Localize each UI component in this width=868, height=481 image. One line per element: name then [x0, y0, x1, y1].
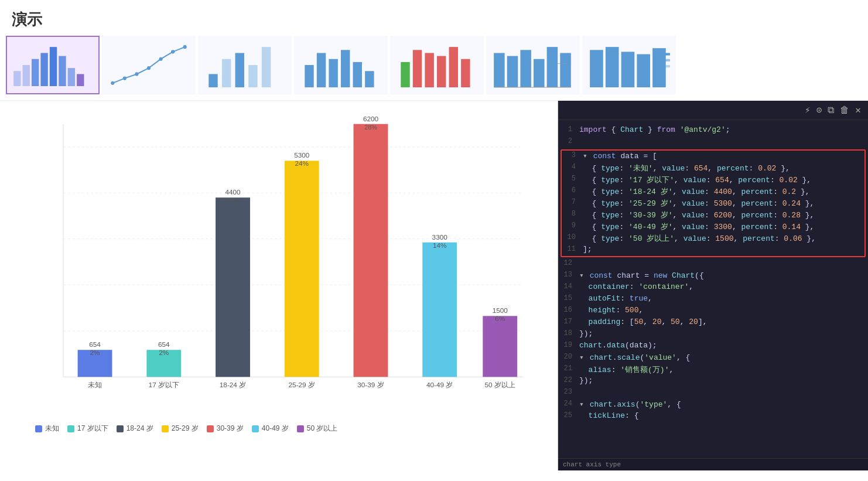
svg-rect-19	[262, 47, 271, 87]
svg-rect-20	[305, 65, 313, 87]
thumbnail-3[interactable]	[198, 36, 292, 94]
main-area: 654 2% 未知 654 2% 17 岁以下 4400 20% 18-24 岁…	[0, 101, 868, 470]
svg-text:50 岁以上: 50 岁以上	[485, 381, 515, 388]
thumbnail-6[interactable]: ─ ─	[486, 36, 580, 94]
code-line-21: 21 alias: '销售额(万)',	[558, 364, 868, 376]
svg-rect-1	[23, 65, 30, 86]
code-highlighted-block: 3 ▾ const data = [ 4 { type: '未知', value…	[561, 149, 866, 257]
code-line-11: 11 ];	[562, 244, 864, 256]
eye-icon[interactable]: ⊙	[816, 104, 822, 116]
svg-rect-26	[401, 62, 409, 87]
svg-rect-18	[248, 65, 257, 87]
svg-text:24%: 24%	[295, 159, 309, 167]
svg-rect-30	[449, 47, 458, 87]
thumbnail-2[interactable]	[102, 36, 196, 94]
svg-rect-79	[483, 316, 517, 377]
svg-rect-32	[494, 53, 505, 87]
copy-icon[interactable]: ⧉	[828, 105, 834, 116]
svg-point-14	[183, 45, 187, 49]
chart-panel: 654 2% 未知 654 2% 17 岁以下 4400 20% 18-24 岁…	[0, 101, 558, 470]
svg-rect-5	[59, 56, 66, 86]
code-line-18: 18 });	[558, 329, 868, 340]
legend-item-1: 未知	[35, 424, 59, 434]
code-line-23: 23	[558, 387, 868, 399]
svg-rect-28	[425, 53, 433, 87]
svg-rect-35	[534, 59, 545, 87]
svg-rect-29	[437, 56, 446, 87]
svg-rect-45	[664, 53, 670, 55]
page-title: 演示	[0, 0, 868, 36]
svg-point-11	[147, 66, 151, 70]
svg-text:─ ─: ─ ─	[556, 60, 566, 66]
thumbnail-5[interactable]	[390, 36, 484, 94]
svg-rect-40	[590, 50, 603, 87]
svg-rect-37	[560, 53, 571, 87]
thumbnail-1[interactable]	[6, 36, 100, 94]
code-line-24: 24 ▾ chart.axis('type', {	[558, 399, 868, 411]
svg-point-10	[135, 72, 138, 76]
svg-rect-42	[621, 52, 635, 87]
code-line-7: 7 { type: '25-29 岁', value: 5300, percen…	[562, 197, 864, 209]
thumbnail-7[interactable]	[582, 36, 676, 94]
svg-rect-67	[285, 161, 319, 377]
bar-chart-svg: 654 2% 未知 654 2% 17 岁以下 4400 20% 18-24 岁…	[18, 112, 540, 417]
legend-item-3: 18-24 岁	[117, 424, 153, 434]
svg-rect-16	[222, 59, 231, 87]
legend-item-4: 25-29 岁	[162, 424, 199, 434]
svg-rect-23	[341, 50, 350, 87]
code-line-19: 19 chart.data(data);	[558, 340, 868, 352]
svg-rect-33	[507, 56, 518, 87]
svg-text:2%: 2%	[159, 349, 169, 356]
svg-rect-6	[68, 68, 75, 86]
bottom-hint: chart axis type	[558, 458, 868, 470]
svg-text:654: 654	[158, 340, 170, 348]
svg-text:6%: 6%	[495, 315, 505, 322]
svg-rect-44	[652, 48, 666, 87]
code-line-3: 3 ▾ const data = [	[562, 151, 864, 162]
code-line-12: 12	[558, 258, 868, 270]
svg-rect-27	[413, 50, 422, 87]
chart-container: 654 2% 未知 654 2% 17 岁以下 4400 20% 18-24 岁…	[18, 112, 540, 459]
svg-rect-46	[664, 59, 670, 62]
svg-rect-2	[32, 59, 39, 86]
svg-text:4400: 4400	[225, 188, 241, 196]
close-icon[interactable]: ✕	[855, 104, 861, 116]
delete-icon[interactable]: 🗑	[840, 105, 849, 116]
svg-point-13	[171, 50, 175, 53]
legend-item-5: 30-39 岁	[207, 424, 244, 434]
svg-text:14%: 14%	[433, 241, 447, 249]
code-line-5: 5 { type: '17 岁以下', value: 654, percent:…	[562, 174, 864, 186]
lightning-icon[interactable]: ⚡	[805, 104, 811, 116]
svg-rect-71	[354, 124, 388, 377]
code-toolbar: ⚡ ⊙ ⧉ 🗑 ✕	[558, 101, 868, 120]
svg-text:25-29 岁: 25-29 岁	[289, 381, 315, 388]
svg-rect-3	[40, 53, 47, 86]
code-panel: ⚡ ⊙ ⧉ 🗑 ✕ 1 import { Chart } from '@antv…	[558, 101, 868, 470]
legend-item-6: 40-49 岁	[252, 424, 289, 434]
code-line-15: 15 autoFit: true,	[558, 294, 868, 305]
svg-rect-47	[664, 65, 670, 67]
svg-text:6200: 6200	[363, 115, 379, 122]
code-line-2: 2	[558, 137, 868, 148]
svg-rect-36	[547, 47, 558, 87]
svg-text:3300: 3300	[432, 233, 448, 241]
svg-rect-7	[77, 74, 84, 86]
code-line-25: 25 tickLine: {	[558, 411, 868, 422]
code-line-1: 1 import { Chart } from '@antv/g2';	[558, 125, 868, 137]
svg-rect-25	[365, 71, 374, 87]
svg-text:未知: 未知	[88, 381, 102, 388]
legend-item-2: 17 岁以下	[67, 424, 108, 434]
svg-text:17 岁以下: 17 岁以下	[149, 381, 179, 388]
code-line-17: 17 padding: [50, 20, 50, 20],	[558, 317, 868, 329]
svg-rect-31	[461, 59, 470, 87]
code-line-14: 14 container: 'container',	[558, 282, 868, 294]
code-line-6: 6 { type: '18-24 岁', value: 4400, percen…	[562, 186, 864, 197]
svg-rect-41	[606, 47, 619, 87]
code-line-13: 13 ▾ const chart = new Chart({	[558, 270, 868, 282]
thumbnail-4[interactable]	[294, 36, 388, 94]
svg-rect-43	[637, 54, 650, 87]
svg-text:5300: 5300	[294, 152, 310, 159]
code-line-9: 9 { type: '40-49 岁', value: 3300, percen…	[562, 221, 864, 233]
chart-legend: 未知 17 岁以下 18-24 岁 25-29 岁 30-39 岁	[18, 424, 540, 434]
svg-rect-22	[329, 59, 337, 87]
